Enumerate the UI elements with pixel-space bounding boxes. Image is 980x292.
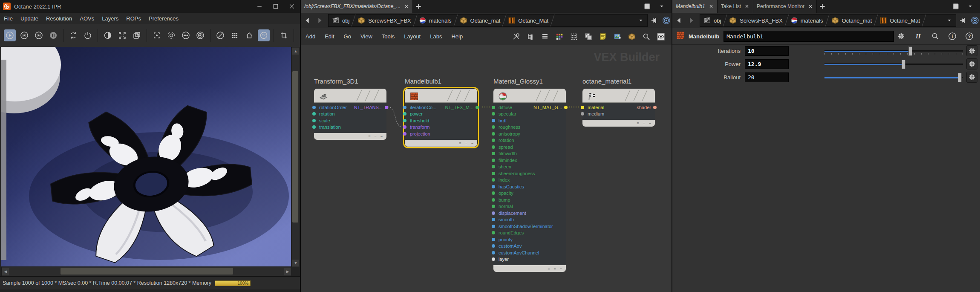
- close-button[interactable]: [284, 0, 300, 13]
- houdini-icon[interactable]: H: [912, 30, 924, 42]
- palette-icon[interactable]: [553, 31, 565, 43]
- breadcrumb-item-obj[interactable]: obj: [329, 14, 354, 26]
- param-slider[interactable]: [824, 60, 963, 68]
- search-icon[interactable]: [929, 30, 941, 42]
- tab-close-icon[interactable]: [404, 4, 409, 9]
- octane-menu-layers[interactable]: Layers: [98, 15, 122, 22]
- focus-icon[interactable]: [151, 29, 163, 41]
- input-connector-filmindex[interactable]: [492, 159, 495, 162]
- refresh-icon[interactable]: [67, 29, 79, 41]
- vertical-scroll-thumb[interactable]: [292, 71, 298, 223]
- node-octane_material1[interactable]: octane_material1 materialshadermedium≡=−: [582, 89, 655, 127]
- input-connector-anisotropy[interactable]: [492, 132, 495, 136]
- node-transform_3d1[interactable]: Transform_3D1 rotationOrderNT_TRANS...ro…: [314, 89, 386, 140]
- render-horizontal-scrollbar[interactable]: ◀ ▶: [1, 267, 292, 276]
- pane-menu-icon[interactable]: [950, 0, 962, 12]
- input-connector-hasCaustics[interactable]: [492, 185, 495, 188]
- input-connector-brdf[interactable]: [492, 119, 495, 122]
- tools-icon[interactable]: [298, 29, 301, 41]
- meter-icon[interactable]: [214, 29, 226, 41]
- tab-close-icon[interactable]: [709, 4, 714, 9]
- info-icon[interactable]: i: [946, 30, 958, 42]
- input-connector-projection[interactable]: [403, 132, 406, 136]
- skip-forward-icon[interactable]: [33, 29, 45, 41]
- scroll-right-button[interactable]: ▶: [284, 268, 291, 275]
- duplicate-icon[interactable]: [131, 29, 143, 41]
- eye-icon[interactable]: [655, 31, 667, 43]
- pause-icon[interactable]: [47, 29, 59, 41]
- tab-close-icon[interactable]: [744, 4, 749, 9]
- input-connector-roughness[interactable]: [492, 125, 495, 129]
- follow-selection-icon[interactable]: [970, 15, 980, 26]
- search-icon[interactable]: [640, 31, 652, 43]
- output-connector[interactable]: [385, 106, 388, 109]
- input-connector-spread[interactable]: [492, 145, 495, 149]
- input-connector-sheenRoughness[interactable]: [492, 172, 495, 175]
- input-connector-bump[interactable]: [492, 198, 495, 202]
- history-back-button[interactable]: [303, 15, 313, 26]
- input-connector-filmwidth[interactable]: [492, 152, 495, 155]
- octane-menu-preferences[interactable]: Preferences: [145, 15, 182, 22]
- input-connector-iterationCo[interactable]: [403, 106, 406, 109]
- param-value-field[interactable]: 12.9: [745, 59, 789, 69]
- network-canvas[interactable]: VEX Builder Transform_3D1 rotationOrderN…: [301, 45, 672, 292]
- tree-icon[interactable]: [525, 31, 536, 43]
- node-display-controls[interactable]: ≡=−: [314, 133, 386, 140]
- node-name-input[interactable]: [723, 31, 894, 42]
- target-icon[interactable]: [194, 29, 206, 41]
- input-connector-smooth[interactable]: [492, 218, 495, 221]
- slider-handle[interactable]: [958, 73, 962, 82]
- network-menu-labs[interactable]: Labs: [425, 33, 447, 40]
- param-value-field[interactable]: 10: [745, 46, 789, 56]
- network-menu-help[interactable]: Help: [447, 33, 467, 40]
- breadcrumb-item-octane_mat[interactable]: Octane_mat: [456, 14, 505, 26]
- history-forward-button[interactable]: [686, 15, 696, 26]
- render-vertical-scrollbar[interactable]: ▲ ▼: [291, 47, 300, 267]
- input-connector-smoothShadowTerminator[interactable]: [492, 225, 495, 228]
- mandelbulb-node-icon[interactable]: [676, 31, 685, 42]
- box-icon[interactable]: [626, 31, 638, 43]
- input-connector-medium[interactable]: [581, 112, 584, 116]
- follow-selection-icon[interactable]: [661, 15, 672, 26]
- output-connector[interactable]: [564, 106, 568, 109]
- scroll-left-button[interactable]: ◀: [2, 268, 9, 275]
- gear-icon[interactable]: [895, 30, 907, 42]
- parameters-tab[interactable]: Performance Monitor: [753, 0, 817, 13]
- input-connector-material[interactable]: [581, 106, 584, 109]
- breadcrumb-item-screwsfbx_fbx[interactable]: ScrewsFBX_FBX: [354, 14, 415, 26]
- input-connector-layer[interactable]: [492, 257, 495, 261]
- octane-menu-file[interactable]: File: [0, 15, 17, 22]
- input-connector-roundEdges[interactable]: [492, 231, 495, 234]
- breadcrumb-item-octane_mat[interactable]: Octane_Mat: [876, 14, 924, 26]
- brightness-icon[interactable]: [165, 29, 177, 41]
- slider-handle[interactable]: [902, 60, 905, 69]
- octane-menu-rops[interactable]: ROPs: [122, 15, 145, 22]
- octane-menu-update[interactable]: Update: [17, 15, 42, 22]
- render-viewport[interactable]: [1, 47, 291, 266]
- scroll-down-button[interactable]: ▼: [292, 260, 299, 266]
- param-menu-gear-button[interactable]: [966, 72, 977, 83]
- network-menu-go[interactable]: Go: [339, 33, 356, 40]
- network-menu-view[interactable]: View: [356, 33, 377, 40]
- param-slider[interactable]: [824, 46, 963, 55]
- breadcrumb-dropdown[interactable]: [943, 14, 956, 26]
- input-connector-opacity[interactable]: [492, 191, 495, 195]
- contrast-icon[interactable]: [102, 29, 114, 41]
- input-connector-transform[interactable]: [403, 125, 406, 129]
- node-mandelbulb1[interactable]: Mandelbulb1 iterationCo...NT_TEX_M...pow…: [405, 89, 477, 147]
- input-connector-customAov[interactable]: [492, 244, 495, 248]
- breadcrumb-item-materials[interactable]: materials: [787, 14, 827, 26]
- input-connector-threshold[interactable]: [403, 119, 406, 122]
- parameters-tab[interactable]: Take List: [718, 0, 753, 13]
- breadcrumb-item-octane_mat[interactable]: Octane_Mat: [504, 14, 553, 26]
- input-connector-rotationOrder[interactable]: [312, 106, 316, 109]
- param-slider[interactable]: [824, 73, 963, 81]
- maximize-button[interactable]: [268, 0, 284, 13]
- pane-caret-icon[interactable]: [964, 0, 976, 12]
- home-icon[interactable]: [243, 29, 255, 41]
- input-connector-index[interactable]: [492, 178, 495, 182]
- input-connector-rotation[interactable]: [492, 139, 495, 142]
- breadcrumb-item-screwsfbx_fbx[interactable]: ScrewsFBX_FBX: [725, 14, 787, 26]
- tab-close-icon[interactable]: [808, 4, 813, 9]
- image-add-icon[interactable]: [611, 31, 623, 43]
